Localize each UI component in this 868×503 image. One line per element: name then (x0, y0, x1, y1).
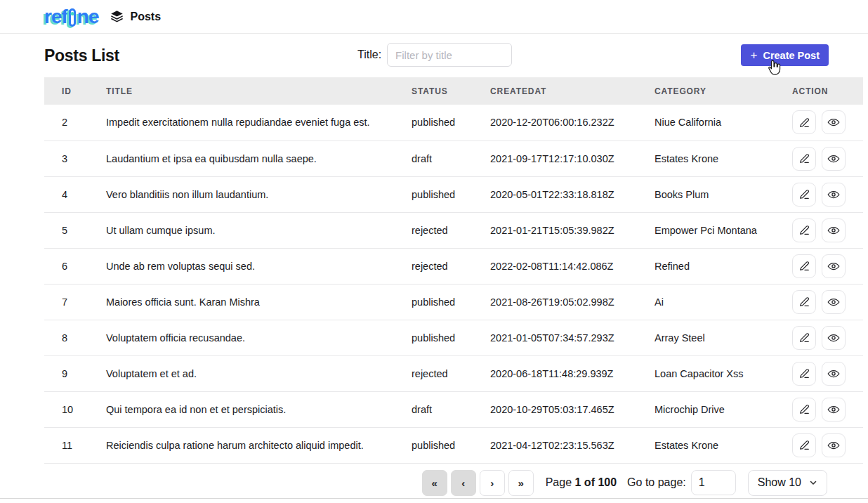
cell-id: 9 (44, 355, 98, 391)
table-row: 2 Impedit exercitationem nulla repudiand… (44, 105, 863, 141)
cell-id: 2 (44, 105, 98, 141)
edit-button[interactable] (792, 147, 816, 171)
cell-action (784, 284, 863, 320)
nav-item-posts[interactable]: Posts (110, 9, 161, 24)
cell-category: Estates Krone (646, 141, 784, 176)
table-row: 3 Laudantium et ipsa ea quibusdam nulla … (44, 141, 863, 176)
cell-createdat: 2020-05-01T22:33:18.818Z (482, 176, 646, 212)
view-button[interactable] (822, 254, 846, 278)
cell-status: published (403, 320, 482, 355)
table-row: 6 Unde ab rem voluptas sequi sed. reject… (44, 248, 863, 284)
table-body: 2 Impedit exercitationem nulla repudiand… (44, 105, 863, 463)
cell-category: Empower Pci Montana (646, 212, 784, 248)
cell-action (784, 320, 863, 355)
view-button[interactable] (822, 147, 846, 171)
view-button[interactable] (822, 362, 846, 386)
cell-action (784, 427, 863, 463)
pencil-icon (798, 223, 811, 237)
cell-status: draft (403, 141, 482, 176)
cell-title: Impedit exercitationem nulla repudiandae… (98, 105, 403, 141)
page-size-select[interactable]: Show 10 (748, 470, 827, 496)
edit-button[interactable] (792, 362, 816, 386)
table-row: 5 Ut ullam cumque ipsum. rejected 2021-0… (44, 212, 863, 248)
goto-page-input[interactable] (691, 470, 736, 495)
column-header-id: ID (44, 77, 98, 105)
cell-createdat: 2021-01-21T15:05:39.982Z (482, 212, 646, 248)
logo-text-ne: ne (77, 7, 99, 27)
last-page-button[interactable]: » (508, 470, 534, 496)
cell-id: 7 (44, 284, 98, 320)
cell-id: 8 (44, 320, 98, 355)
view-button[interactable] (822, 110, 846, 134)
view-button[interactable] (822, 290, 846, 314)
create-post-button[interactable]: + Create Post (741, 44, 829, 66)
eye-icon (827, 115, 841, 129)
cell-category: Niue California (646, 105, 784, 141)
page-value: 1 of 100 (575, 476, 617, 488)
cell-createdat: 2021-04-12T02:23:15.563Z (482, 427, 646, 463)
cell-title: Voluptatem officia recusandae. (98, 320, 403, 355)
cell-action (784, 355, 863, 391)
view-button[interactable] (822, 183, 846, 207)
cell-action (784, 391, 863, 427)
view-button[interactable] (822, 433, 846, 457)
page-title: Posts List (44, 46, 119, 65)
cell-id: 4 (44, 176, 98, 212)
cell-id: 11 (44, 427, 98, 463)
eye-icon (827, 188, 841, 202)
first-page-button[interactable]: « (422, 470, 447, 496)
eye-icon (827, 259, 841, 273)
create-post-label: Create Post (763, 50, 820, 61)
cell-category: Array Steel (646, 320, 784, 355)
title-filter-input[interactable] (387, 43, 512, 67)
cell-id: 5 (44, 212, 98, 248)
edit-button[interactable] (792, 398, 816, 422)
edit-button[interactable] (792, 218, 816, 242)
pencil-icon (798, 403, 811, 416)
top-navbar: ref ne Posts (0, 0, 868, 34)
cell-createdat: 2020-06-18T11:48:29.939Z (482, 355, 646, 391)
footer-divider (0, 498, 868, 499)
goto-page-label: Go to page: (627, 476, 686, 489)
prev-page-button[interactable]: ‹ (451, 470, 476, 496)
pencil-icon (798, 116, 811, 129)
goto-page-group: Go to page: (627, 470, 736, 495)
edit-button[interactable] (792, 110, 816, 134)
edit-button[interactable] (792, 254, 816, 278)
eye-icon (827, 438, 841, 452)
table-row: 9 Voluptatem et et ad. rejected 2020-06-… (44, 355, 863, 391)
cell-createdat: 2020-10-29T05:03:17.465Z (482, 391, 646, 427)
cell-status: rejected (403, 248, 482, 284)
cell-status: rejected (403, 355, 482, 391)
posts-table-container: ID TITLE STATUS CREATEDAT CATEGORY ACTIO… (44, 77, 863, 464)
cell-title: Unde ab rem voluptas sequi sed. (98, 248, 403, 284)
cell-createdat: 2020-12-20T06:00:16.232Z (482, 105, 646, 141)
pencil-icon (798, 152, 811, 165)
cell-title: Reiciendis culpa ratione harum architect… (98, 427, 403, 463)
table-header-row: ID TITLE STATUS CREATEDAT CATEGORY ACTIO… (44, 77, 863, 105)
logo-pill-i (69, 8, 76, 27)
posts-table: ID TITLE STATUS CREATEDAT CATEGORY ACTIO… (44, 77, 863, 464)
next-page-button[interactable]: › (480, 470, 505, 496)
edit-button[interactable] (792, 183, 816, 207)
cell-id: 10 (44, 391, 98, 427)
page-indicator: Page 1 of 100 (546, 476, 617, 489)
logo-dot (70, 12, 74, 15)
cell-createdat: 2022-02-08T11:14:42.086Z (482, 248, 646, 284)
cell-title: Voluptatem et et ad. (98, 355, 403, 391)
edit-button[interactable] (792, 433, 816, 457)
view-button[interactable] (822, 326, 846, 350)
column-header-title: TITLE (98, 77, 403, 105)
edit-button[interactable] (792, 290, 816, 314)
cell-category: Books Plum (646, 176, 784, 212)
cell-action (784, 212, 863, 248)
eye-icon (827, 403, 841, 417)
column-header-category: CATEGORY (646, 77, 784, 105)
view-button[interactable] (822, 218, 846, 242)
pencil-icon (798, 295, 811, 308)
pencil-icon (798, 331, 811, 344)
cell-action (784, 248, 863, 284)
edit-button[interactable] (792, 326, 816, 350)
view-button[interactable] (822, 398, 846, 422)
refine-logo[interactable]: ref ne (44, 7, 98, 27)
